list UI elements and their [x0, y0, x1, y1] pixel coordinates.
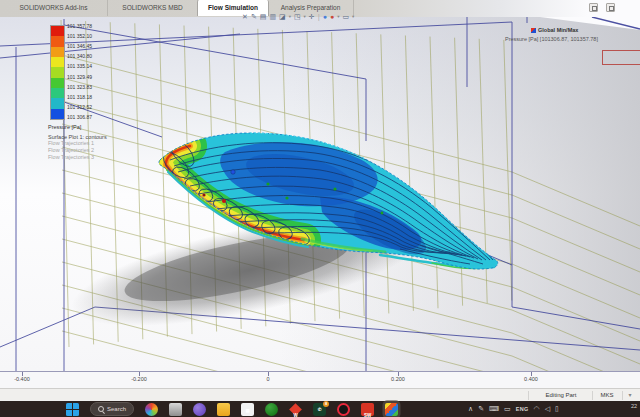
computational-domain-icon[interactable]: ◳	[294, 11, 301, 23]
flow-trajectories-label-1: Flow Trajectories 1	[48, 140, 107, 147]
ruler-tick-label: 0.200	[391, 376, 405, 382]
search-icon	[98, 406, 104, 412]
legend-value: 101 346.45	[67, 43, 127, 49]
legend-value: 101 335.14	[67, 63, 127, 69]
phone-icon-glyph: ✆	[318, 407, 322, 412]
sphere-red-icon[interactable]: ●	[330, 11, 334, 23]
phone-icon[interactable]: ✆8	[313, 403, 326, 416]
opera-icon[interactable]	[337, 403, 350, 416]
search-label: Search	[107, 406, 126, 412]
volume-icon[interactable]: ◁	[545, 402, 550, 416]
results-annotations: Surface Plot 1: contours Flow Trajectori…	[48, 134, 107, 161]
status-bar: Editing Part MKS ▾	[0, 388, 640, 402]
legend-value: 101 312.52	[67, 104, 127, 110]
wps-icon-glyph: W	[293, 413, 297, 417]
tab-solidworks-mbd[interactable]: SOLIDWORKS MBD	[108, 0, 198, 16]
selection-highlight-box	[602, 50, 640, 65]
legend-color-segment	[51, 67, 64, 77]
results-book-icon[interactable]: ▥	[269, 11, 276, 23]
legend-value: 101 352.10	[67, 33, 127, 39]
store-icon-glyph: ▦	[245, 408, 249, 413]
legend-color-bar	[50, 25, 65, 120]
store-icon[interactable]: ▦	[241, 403, 254, 416]
solidworks-icon[interactable]: SW	[361, 403, 374, 416]
notification-badge: 8	[323, 401, 329, 407]
legend-value: 101 357.78	[67, 23, 127, 29]
wifi-icon[interactable]: ◠	[534, 402, 540, 416]
language-indicator[interactable]: ENG	[516, 402, 529, 416]
legend-value: 101 329.49	[67, 74, 127, 80]
sphere-blue-icon[interactable]: ●	[323, 11, 327, 23]
graphics-viewport[interactable]: 101 357.78101 352.10101 346.45101 340.80…	[0, 17, 640, 371]
legend-value: 101 318.18	[67, 94, 127, 100]
legend-color-segment	[51, 109, 64, 119]
ruler-tick-label: -0.400	[14, 376, 30, 382]
flow-simulation-toolbar: ✕✎▤▥◪▾◳▾✛|●●▾▭▾	[242, 10, 354, 23]
copilot-icon[interactable]	[145, 403, 158, 416]
wizard-icon[interactable]: ✕	[242, 11, 248, 23]
dropdown-caret[interactable]: ▾	[289, 11, 291, 23]
loop-icon[interactable]	[193, 403, 206, 416]
solidworks-icon-glyph: SW	[364, 413, 371, 417]
global-minmax-callout: Global Min/Max Pressure [Pa] [101306.87,…	[505, 27, 598, 42]
legend-color-segment	[51, 57, 64, 67]
start-button[interactable]	[66, 403, 79, 416]
legend-values: 101 357.78101 352.10101 346.45101 340.80…	[67, 23, 127, 120]
dropdown-caret[interactable]: ▾	[337, 11, 339, 23]
flow-trajectories-label-2: Flow Trajectories 2	[48, 147, 107, 154]
tray-expand-icon[interactable]: ∧	[468, 402, 473, 416]
viewport-control-button-1[interactable]	[589, 3, 598, 12]
explorer-icon[interactable]	[169, 403, 182, 416]
flow-trajectories-label-3: Flow Trajectories 3	[48, 154, 107, 161]
ruler-tick-label: -0.200	[131, 376, 147, 382]
windows-taskbar: Search▦W✆8SW ∧✎⌨▭ENG◠◁▯ 22	[0, 401, 640, 417]
section-view-icon[interactable]: ◪	[279, 11, 286, 23]
legend-color-segment	[51, 36, 64, 46]
legend-color-segment	[51, 98, 64, 108]
legend-value: 101 340.80	[67, 53, 127, 59]
legend-color-segment	[51, 88, 64, 98]
ruler-tick-label: 0	[266, 376, 269, 382]
monitor-icon[interactable]: ▭	[504, 402, 511, 416]
dropdown-caret[interactable]: ▾	[352, 11, 354, 23]
global-minmax-icon	[531, 28, 536, 33]
global-minmax-value: Pressure [Pa] [101306.87, 101357.78]	[505, 36, 598, 42]
solidworks-window: SOLIDWORKS Add-Ins SOLIDWORKS MBD Flow S…	[0, 0, 640, 417]
separator: |	[318, 11, 320, 23]
battery-icon[interactable]: ▯	[555, 402, 559, 416]
probe-icon[interactable]: ✛	[309, 11, 315, 23]
xbox-icon[interactable]	[265, 403, 278, 416]
display-parameters-icon[interactable]: ▭	[342, 11, 349, 23]
touch-keyboard-icon[interactable]: ⌨	[489, 402, 499, 416]
wps-icon[interactable]: W	[289, 403, 302, 416]
flow-simulation-app-icon[interactable]	[385, 403, 398, 416]
pen-icon[interactable]: ✎	[478, 402, 484, 416]
conditions-icon[interactable]: ▤	[260, 11, 267, 23]
legend-color-segment	[51, 26, 64, 36]
global-minmax-title: Global Min/Max	[531, 27, 598, 33]
edit-definition-icon[interactable]: ✎	[251, 11, 257, 23]
legend-value: 101 306.87	[67, 114, 127, 120]
legend-title: Pressure [Pa]	[48, 124, 81, 130]
taskbar-search[interactable]: Search	[90, 402, 134, 416]
taskbar-clock[interactable]: 22	[631, 403, 637, 409]
dropdown-caret[interactable]: ▾	[304, 11, 306, 23]
tab-solidworks-addins[interactable]: SOLIDWORKS Add-Ins	[0, 0, 108, 16]
legend-color-segment	[51, 47, 64, 57]
scale-ruler: -0.400-0.20000.2000.400	[0, 371, 640, 389]
ruler-tick-label: 0.400	[524, 376, 538, 382]
viewport-control-button-2[interactable]	[606, 3, 615, 12]
legend-value: 101 323.83	[67, 84, 127, 90]
folder-icon[interactable]	[217, 403, 230, 416]
legend-color-segment	[51, 78, 64, 88]
